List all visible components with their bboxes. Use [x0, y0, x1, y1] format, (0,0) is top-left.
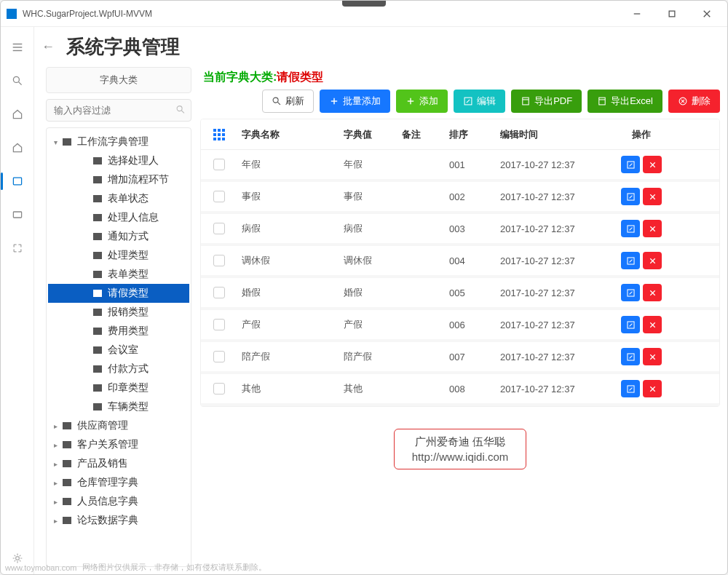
row-edit-button[interactable] [621, 188, 640, 205]
cell-value: 陪产假 [339, 344, 397, 369]
chevron-right-icon[interactable]: ▸ [50, 479, 61, 487]
tree-item[interactable]: 选择处理人 [48, 151, 189, 170]
row-checkbox[interactable] [213, 255, 225, 266]
tree-item[interactable]: ▸产品及销售 [48, 454, 189, 473]
home-icon[interactable] [10, 107, 25, 122]
cell-remark [397, 287, 445, 298]
close-button[interactable] [692, 4, 721, 24]
svg-point-7 [13, 76, 19, 82]
tree-item-label: 请假类型 [108, 287, 149, 300]
tree-item-label: 人员信息字典 [77, 495, 138, 508]
chevron-right-icon[interactable]: ▸ [50, 460, 61, 468]
tree-item[interactable]: ▸人员信息字典 [48, 492, 189, 511]
filter-input[interactable] [46, 99, 191, 122]
cell-name: 婚假 [237, 280, 339, 305]
cell-ops [605, 182, 678, 211]
tree-item[interactable]: ▾工作流字典管理 [48, 132, 189, 151]
chevron-right-icon[interactable]: ▸ [50, 441, 61, 449]
row-delete-button[interactable] [643, 252, 662, 269]
export-pdf-button[interactable]: 导出PDF [511, 90, 582, 113]
chevron-right-icon[interactable]: ▸ [50, 498, 61, 506]
batch-add-button[interactable]: 批量添加 [320, 90, 390, 113]
tree-item-label: 增加流程环节 [108, 173, 169, 186]
app-window: WHC.SugarProject.WpfUI-MVVM [0, 0, 728, 575]
cell-value: 事假 [339, 184, 397, 209]
row-checkbox[interactable] [213, 351, 225, 362]
tree-item[interactable]: 印章类型 [48, 378, 189, 397]
tree-item[interactable]: 费用类型 [48, 322, 189, 341]
th-remark: 备注 [397, 122, 445, 147]
grid-selector-icon[interactable] [213, 129, 225, 140]
add-button[interactable]: 添加 [396, 90, 448, 113]
tree-item[interactable]: 付款方式 [48, 360, 189, 378]
refresh-button[interactable]: 刷新 [262, 90, 314, 113]
filter-search-icon[interactable] [175, 104, 186, 116]
tree-item[interactable]: 表单类型 [48, 265, 189, 284]
row-checkbox[interactable] [213, 191, 225, 202]
cell-sort: 008 [445, 378, 496, 400]
row-checkbox[interactable] [213, 159, 225, 170]
maximize-button[interactable] [657, 4, 687, 24]
tree-item-label: 通知方式 [108, 230, 149, 243]
row-delete-button[interactable] [643, 380, 662, 397]
row-edit-button[interactable] [621, 252, 640, 269]
row-delete-button[interactable] [643, 156, 662, 173]
tree-item[interactable]: ▸客户关系管理 [48, 435, 189, 454]
row-checkbox[interactable] [213, 383, 225, 394]
svg-rect-9 [13, 178, 21, 185]
tree-item[interactable]: 会议室 [48, 341, 189, 360]
cell-value: 其他 [339, 376, 397, 401]
menu-icon[interactable] [10, 40, 25, 55]
row-edit-button[interactable] [621, 380, 640, 397]
page-title: 系统字典管理 [66, 34, 180, 60]
tree-item[interactable]: 通知方式 [48, 227, 189, 246]
tree-item-label: 论坛数据字典 [77, 514, 138, 527]
monitor-icon[interactable] [10, 207, 25, 222]
chevron-down-icon[interactable]: ▾ [50, 138, 61, 146]
tree-item[interactable]: 请假类型 [48, 284, 189, 303]
row-delete-button[interactable] [643, 316, 662, 333]
folder-icon [61, 421, 73, 431]
tree-item[interactable]: ▸论坛数据字典 [48, 511, 189, 530]
back-button[interactable]: ← [39, 38, 58, 57]
add-label: 添加 [419, 95, 438, 108]
row-edit-button[interactable] [621, 156, 640, 173]
row-delete-button[interactable] [643, 188, 662, 205]
breadcrumb: 当前字典大类:请假类型 [203, 70, 720, 85]
row-edit-button[interactable] [621, 316, 640, 333]
row-delete-button[interactable] [643, 348, 662, 365]
tree-item[interactable]: 处理类型 [48, 246, 189, 265]
delete-label: 删除 [692, 95, 711, 108]
row-edit-button[interactable] [621, 284, 640, 301]
row-checkbox[interactable] [213, 319, 225, 330]
row-delete-button[interactable] [643, 220, 662, 237]
house-icon[interactable] [10, 140, 25, 155]
breadcrumb-prefix: 当前字典大类: [203, 71, 277, 83]
row-edit-button[interactable] [621, 348, 640, 365]
export-excel-button[interactable]: 导出Excel [587, 90, 662, 113]
tree-item-label: 处理人信息 [108, 211, 159, 224]
tree-item[interactable]: 车辆类型 [48, 397, 189, 416]
tree-item[interactable]: ▸仓库管理字典 [48, 473, 189, 492]
tree-item[interactable]: 处理人信息 [48, 208, 189, 227]
window-notch [342, 1, 386, 7]
tree-item[interactable]: 报销类型 [48, 303, 189, 322]
edit-button[interactable]: 编辑 [454, 90, 505, 113]
row-checkbox[interactable] [213, 287, 225, 298]
search-icon[interactable] [10, 74, 25, 88]
cell-value: 病假 [339, 216, 397, 241]
expand-icon[interactable] [10, 241, 25, 255]
cell-ops [605, 150, 678, 179]
chevron-right-icon[interactable]: ▸ [50, 422, 61, 430]
tree-item[interactable]: ▸供应商管理 [48, 416, 189, 435]
minimize-button[interactable] [622, 4, 652, 24]
row-edit-button[interactable] [621, 220, 640, 237]
row-checkbox[interactable] [213, 223, 225, 234]
table-row: 调休假调休假0042017-10-27 12:37 [201, 246, 719, 278]
row-delete-button[interactable] [643, 284, 662, 301]
chevron-right-icon[interactable]: ▸ [50, 517, 61, 525]
tree-item[interactable]: 增加流程环节 [48, 170, 189, 189]
tree-item[interactable]: 表单状态 [48, 189, 189, 208]
tablet-icon[interactable] [10, 174, 25, 189]
delete-button[interactable]: 删除 [668, 90, 720, 113]
